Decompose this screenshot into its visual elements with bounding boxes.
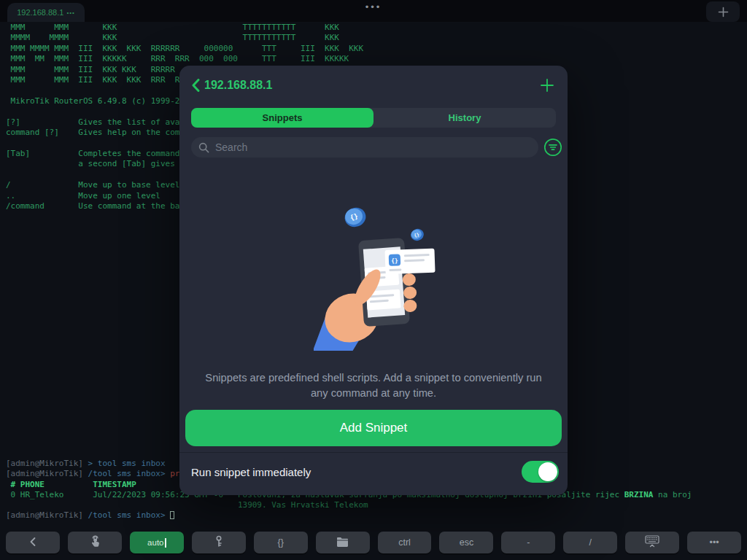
text-cursor [165, 538, 166, 548]
add-snippet-button[interactable]: Add Snippet [185, 410, 562, 446]
toolbar-key-key[interactable] [192, 532, 246, 553]
snippets-empty-illustration: {} {} {} [314, 201, 445, 351]
toolbar-key-label: - [527, 537, 530, 548]
terminal-tab[interactable]: 192.168.88.1 ••• [7, 3, 85, 22]
toolbar-key-label: {} [277, 537, 283, 548]
toolbar-key-touch[interactable] [68, 532, 122, 553]
terminal-key-toolbar: auto{}ctrlesc-/••• [6, 532, 741, 553]
toolbar-key-dash[interactable]: - [501, 532, 555, 553]
terminal-tab-title: 192.168.88.1 [17, 8, 63, 17]
terminal-tab-menu-dots-icon[interactable]: ••• [66, 9, 74, 16]
terminal-line: [admin@MikroTik] > tool sms inbox [6, 459, 166, 468]
toolbar-key-braces[interactable]: {} [254, 532, 308, 553]
toolbar-key-ctrl[interactable]: ctrl [378, 532, 432, 553]
toolbar-key-label: auto [147, 538, 163, 547]
filter-button[interactable] [543, 138, 562, 157]
window-menu-dots-icon[interactable]: ••• [350, 1, 397, 12]
search-icon [198, 142, 209, 153]
panel-header: 192.168.88.1 [191, 76, 556, 95]
run-snippet-label: Run snippet immediately [191, 466, 522, 478]
filter-icon [543, 138, 562, 157]
chevron-left-icon [191, 79, 200, 92]
code-coin-icon: {} [409, 228, 425, 243]
toggle-knob [538, 462, 557, 481]
toolbar-key-folder[interactable] [316, 532, 370, 553]
terminal-line: [admin@MikroTik] /tool sms inbox> [6, 510, 174, 520]
toolbar-key-label: ctrl [398, 537, 411, 548]
empty-state-line-1: Snippets are predefined shell scripts. A… [189, 370, 558, 386]
empty-state-line-2: any command at any time. [189, 386, 558, 401]
toolbar-key-back[interactable] [6, 532, 60, 553]
toolbar-key-label: esc [460, 537, 473, 548]
add-snippet-plus-button[interactable] [538, 77, 556, 94]
key-icon [214, 535, 223, 550]
toolbar-key-esc[interactable]: esc [439, 532, 493, 553]
panel-title: 192.168.88.1 [204, 79, 272, 92]
folder-icon [336, 537, 349, 549]
run-snippet-row: Run snippet immediately [179, 452, 568, 495]
tab-snippets[interactable]: Snippets [191, 108, 374, 128]
terminal-cursor [170, 511, 174, 519]
toolbar-key-label: ••• [710, 537, 719, 548]
tab-history[interactable]: History [374, 108, 556, 128]
code-coin-icon: {} [342, 205, 368, 230]
plus-icon [718, 7, 729, 18]
plus-icon [541, 79, 554, 92]
toolbar-key-keyboard[interactable] [625, 532, 679, 553]
keyboard-icon [645, 535, 659, 550]
search-placeholder: Search [215, 141, 247, 153]
snippets-panel: 192.168.88.1 Snippets History Search {} [179, 66, 568, 495]
toolbar-key-label: / [589, 537, 592, 548]
svg-text:{}: {} [391, 257, 398, 264]
run-snippet-toggle[interactable] [522, 461, 559, 483]
terminal-line: 13909. Vas Hrvatski Telekom [6, 500, 368, 510]
empty-state-description: Snippets are predefined shell scripts. A… [189, 370, 558, 401]
chevron-left-icon [28, 537, 37, 549]
top-bar: 192.168.88.1 ••• ••• [0, 0, 747, 22]
touch-icon [89, 535, 101, 550]
back-button[interactable]: 192.168.88.1 [191, 79, 272, 92]
toolbar-key-slash[interactable]: / [563, 532, 617, 553]
terminal-line: [admin@MikroTik] /tool sms inbox> pri [6, 469, 185, 478]
terminal-line: # PHONE TIMESTAMP [6, 480, 136, 489]
toolbar-key-auto[interactable]: auto [130, 532, 184, 553]
search-input[interactable]: Search [191, 137, 538, 158]
snippets-history-segmented-control: Snippets History [191, 108, 556, 128]
new-tab-button[interactable] [706, 1, 740, 22]
toolbar-key-more[interactable]: ••• [687, 532, 741, 553]
